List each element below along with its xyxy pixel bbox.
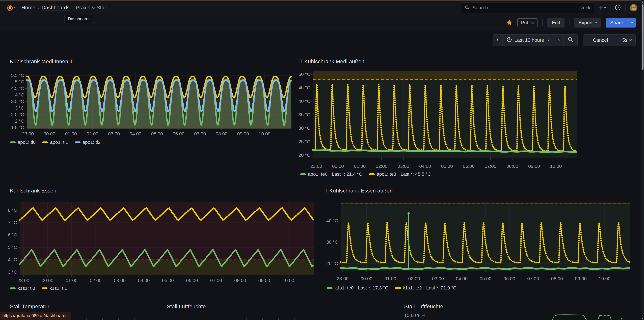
panel-title[interactable]: T Kühlschrank Medi außen [300,58,364,65]
search-icon [465,5,470,11]
panel-title[interactable]: Stall Temperatur [10,303,50,309]
panel-title[interactable]: Kühlschrank Medi Innen T [10,58,73,65]
zoom-out-button[interactable] [564,35,578,46]
scrollbar-thumb[interactable] [642,4,644,70]
legend-color-swatch [10,141,16,143]
x-axis-tick-label: 01:00 [62,278,82,283]
x-axis-tick-label: 05:00 [147,131,167,137]
y-axis-tick-label: 40 °C [288,99,310,104]
scroll-down-icon[interactable] [642,318,644,319]
breadcrumb-home[interactable]: Home [22,5,36,11]
x-axis-tick-label: 07:00 [190,131,210,137]
legend-last-value: Last *: 17.3 °C [358,285,388,291]
y-axis-tick-label: 40 °C [316,218,338,223]
help-button[interactable]: ? [615,5,621,11]
y-axis-tick-label: 35 °C [288,112,310,117]
panel-legend: apo1: te0Last *: 21.4 °Capo1: te3Last *:… [300,171,431,177]
time-range-group: Last 12 hours [492,34,578,46]
y-axis-tick-label: 8 °C [0,208,17,213]
chevron-down-icon [604,6,606,8]
x-axis-tick-label: 03:00 [104,131,124,137]
share-button[interactable]: Share [606,18,628,28]
plot-area[interactable] [27,72,292,129]
panel-legend: k1s1: te0Last *: 17.3 °Ck1s1: te2Last *:… [327,285,456,291]
scroll-up-icon[interactable] [642,1,644,3]
grafana-logo-button[interactable] [7,4,16,11]
y-axis-tick-label: 3 °C [0,269,17,275]
plot-area[interactable] [313,71,576,158]
legend-item[interactable]: k1s1: te0Last *: 17.3 °C [327,285,388,291]
legend-color-swatch [395,287,401,289]
x-axis-tick-label: 09:00 [524,164,544,169]
divider [610,4,610,12]
export-label: Export [578,20,593,26]
panel-stall-luftfeuchte-2: Stall Luftfeuchte100.0 %H [401,300,632,320]
x-axis-tick-label: 10:00 [594,276,615,281]
legend-item[interactable]: k1s1: ti0 [10,286,35,291]
legend-series-name: apo1: ti1 [50,140,68,145]
legend-last-value: Last *: 45.5 °C [400,171,431,177]
star-icon [506,19,513,26]
x-axis-tick-label: 00:00 [40,131,60,137]
legend-item[interactable]: apo1: te0Last *: 21.4 °C [300,171,362,177]
legend-item[interactable]: apo1: ti1 [42,140,68,145]
breadcrumb-current: Praxis & Stall [76,5,107,11]
y-axis-tick-label: 4 °C [0,257,17,262]
x-axis-tick-label: 23:00 [14,278,34,283]
y-axis-tick-label: 3 °C [2,105,24,111]
breadcrumb-dashboards[interactable]: Dashboards [42,5,70,11]
breadcrumb-separator-icon [38,7,40,9]
plus-icon: + [598,5,603,10]
breadcrumb: Home Dashboards Praxis & Stall [22,5,107,11]
chevron-left-icon [496,39,499,41]
chevron-down-icon [631,21,633,23]
plot-area[interactable] [428,310,630,320]
y-axis-tick-label: 2 °C [2,119,24,124]
user-avatar[interactable] [630,4,637,12]
legend-item[interactable]: k1s1: ti1 [42,286,67,291]
divider [569,19,570,26]
add-button[interactable]: + [598,5,606,10]
y-axis-tick-label: 7 °C [0,220,17,225]
time-back-button[interactable] [493,35,502,46]
chevron-down-icon [14,6,16,9]
legend-color-swatch [42,141,48,143]
x-axis-tick-label: 09:00 [254,278,274,283]
search-input[interactable]: Search... ctrl+k [461,2,594,13]
plot-area[interactable] [341,203,630,271]
legend-series-name: apo1: ti2 [82,140,100,145]
panel-title[interactable]: Kühlschrank Essen [10,188,56,194]
page-scrollbar[interactable] [641,0,644,320]
x-axis-tick-label: 04:00 [452,276,472,281]
x-axis-tick-label: 06:00 [168,131,188,137]
legend-last-value: Last *: 21.9 °C [426,285,456,291]
grafana-logo-icon [7,4,13,11]
legend-color-swatch [369,173,375,175]
x-axis-tick-label: 04:00 [415,164,435,169]
x-axis-tick-label: 23:00 [18,131,38,137]
plot-area[interactable] [20,202,314,275]
panel-title[interactable]: Stall Luftfeuchte [404,303,443,309]
panel-title[interactable]: T Kühlschrank Essen außen [324,188,392,194]
favorite-star-button[interactable] [506,19,513,26]
legend-item[interactable]: apo1: ti2 [75,140,100,145]
time-range-picker[interactable]: Last 12 hours [502,35,554,46]
x-axis-tick-label: 06:00 [499,276,520,281]
edit-button[interactable]: Edit [548,18,564,28]
x-axis-tick-label: 07:00 [206,278,226,283]
x-axis-tick-label: 02:00 [404,276,424,281]
legend-item[interactable]: k1s1: te2Last *: 21.9 °C [395,285,457,291]
x-axis-tick-label: 08:00 [212,131,232,137]
refresh-interval-picker[interactable]: 5s [618,35,636,46]
export-button[interactable]: Export [574,18,601,28]
time-forward-button[interactable] [554,35,564,46]
y-axis-tick-label: 100.0 %H [404,313,428,318]
legend-item[interactable]: apo1: ti0 [10,140,36,145]
x-axis-tick-label: 23:00 [332,276,353,281]
cancel-button[interactable]: Cancel [583,35,618,46]
share-options-button[interactable] [628,18,636,28]
y-axis-tick-label: 20 °C [316,261,338,266]
panel-title[interactable]: Stall Luftfeuchte [167,303,206,309]
legend-item[interactable]: apo1: te3Last *: 45.5 °C [369,171,431,177]
panel-stall-luftfeuchte-1: Stall Luftfeuchte [164,300,395,320]
